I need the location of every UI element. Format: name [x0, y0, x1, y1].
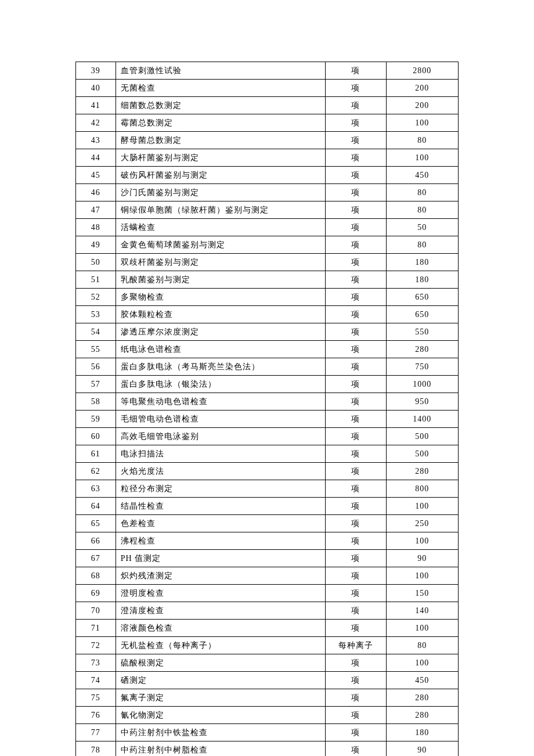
item-name: 蛋白多肽电泳（银染法）	[116, 376, 325, 393]
table-row: 64结晶性检查项100	[76, 498, 459, 515]
item-name: 无机盐检查（每种离子）	[116, 637, 325, 654]
price: 90	[386, 550, 458, 567]
price: 500	[386, 445, 458, 463]
table-row: 72无机盐检查（每种离子）每种离子80	[76, 637, 459, 654]
unit: 项	[325, 567, 386, 585]
unit: 项	[325, 585, 386, 602]
unit: 项	[325, 602, 386, 620]
item-name: 细菌数总数测定	[116, 97, 325, 114]
row-number: 43	[76, 132, 116, 149]
price: 750	[386, 358, 458, 376]
table-row: 43酵母菌总数测定项80	[76, 132, 459, 149]
row-number: 52	[76, 289, 116, 306]
item-name: 高效毛细管电泳鉴别	[116, 428, 325, 445]
row-number: 59	[76, 411, 116, 428]
row-number: 62	[76, 463, 116, 480]
unit: 项	[325, 97, 386, 114]
item-name: 无菌检查	[116, 80, 325, 97]
row-number: 78	[76, 741, 116, 757]
price: 100	[386, 654, 458, 672]
table-row: 63粒径分布测定项800	[76, 480, 459, 498]
row-number: 66	[76, 532, 116, 550]
row-number: 47	[76, 201, 116, 219]
document-page: 39血管刺激性试验项280040无菌检查项20041细菌数总数测定项20042霉…	[0, 0, 534, 756]
row-number: 75	[76, 689, 116, 707]
item-name: 氰化物测定	[116, 707, 325, 724]
unit: 项	[325, 341, 386, 358]
price: 280	[386, 463, 458, 480]
item-name: 沸程检查	[116, 532, 325, 550]
price: 90	[386, 741, 458, 757]
row-number: 58	[76, 393, 116, 411]
item-name: 氟离子测定	[116, 689, 325, 707]
row-number: 63	[76, 480, 116, 498]
table-body: 39血管刺激性试验项280040无菌检查项20041细菌数总数测定项20042霉…	[76, 62, 459, 757]
unit: 项	[325, 532, 386, 550]
table-row: 68炽灼残渣测定项100	[76, 567, 459, 585]
price: 950	[386, 393, 458, 411]
item-name: 铜绿假单胞菌（绿脓杆菌）鉴别与测定	[116, 201, 325, 219]
item-name: 火焰光度法	[116, 463, 325, 480]
price: 650	[386, 289, 458, 306]
price: 100	[386, 567, 458, 585]
row-number: 50	[76, 254, 116, 271]
price: 180	[386, 254, 458, 271]
price: 100	[386, 620, 458, 637]
row-number: 68	[76, 567, 116, 585]
table-row: 70澄清度检查项140	[76, 602, 459, 620]
item-name: 活螨检查	[116, 219, 325, 236]
row-number: 74	[76, 672, 116, 689]
row-number: 51	[76, 271, 116, 289]
price: 100	[386, 149, 458, 167]
unit: 每种离子	[325, 637, 386, 654]
item-name: 色差检查	[116, 515, 325, 532]
item-name: 电泳扫描法	[116, 445, 325, 463]
unit: 项	[325, 149, 386, 167]
price: 450	[386, 672, 458, 689]
item-name: 破伤风杆菌鉴别与测定	[116, 167, 325, 184]
item-name: 多聚物检查	[116, 289, 325, 306]
table-row: 42霉菌总数测定项100	[76, 114, 459, 132]
unit: 项	[325, 323, 386, 341]
price: 650	[386, 306, 458, 323]
price: 100	[386, 114, 458, 132]
item-name: 澄明度检查	[116, 585, 325, 602]
table-row: 69澄明度检查项150	[76, 585, 459, 602]
unit: 项	[325, 376, 386, 393]
item-name: 蛋白多肽电泳（考马斯亮兰染色法）	[116, 358, 325, 376]
price: 280	[386, 689, 458, 707]
item-name: 纸电泳色谱检查	[116, 341, 325, 358]
price: 50	[386, 219, 458, 236]
row-number: 42	[76, 114, 116, 132]
item-name: 粒径分布测定	[116, 480, 325, 498]
item-name: 沙门氏菌鉴别与测定	[116, 184, 325, 201]
table-row: 41细菌数总数测定项200	[76, 97, 459, 114]
unit: 项	[325, 306, 386, 323]
table-row: 54渗透压摩尔浓度测定项550	[76, 323, 459, 341]
item-name: 硫酸根测定	[116, 654, 325, 672]
price: 180	[386, 271, 458, 289]
unit: 项	[325, 411, 386, 428]
row-number: 65	[76, 515, 116, 532]
table-row: 49金黄色葡萄球菌鉴别与测定项80	[76, 236, 459, 254]
item-name: 血管刺激性试验	[116, 62, 325, 80]
price: 80	[386, 184, 458, 201]
unit: 项	[325, 620, 386, 637]
row-number: 64	[76, 498, 116, 515]
row-number: 46	[76, 184, 116, 201]
row-number: 39	[76, 62, 116, 80]
table-row: 58等电聚焦动电色谱检查项950	[76, 393, 459, 411]
unit: 项	[325, 672, 386, 689]
unit: 项	[325, 201, 386, 219]
table-row: 61电泳扫描法项500	[76, 445, 459, 463]
table-row: 39血管刺激性试验项2800	[76, 62, 459, 80]
unit: 项	[325, 445, 386, 463]
price: 450	[386, 167, 458, 184]
table-row: 77中药注射剂中铁盐检查项180	[76, 724, 459, 741]
unit: 项	[325, 271, 386, 289]
unit: 项	[325, 707, 386, 724]
row-number: 60	[76, 428, 116, 445]
table-row: 57蛋白多肽电泳（银染法）项1000	[76, 376, 459, 393]
unit: 项	[325, 480, 386, 498]
row-number: 49	[76, 236, 116, 254]
